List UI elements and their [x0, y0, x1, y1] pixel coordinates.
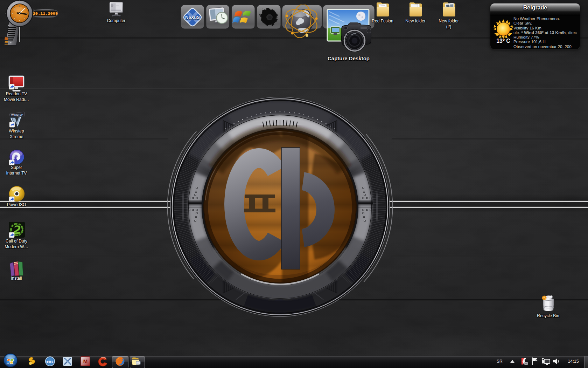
svg-text:20.11.2009: 20.11.2009 — [33, 11, 58, 16]
svg-text:NeXuS: NeXuS — [185, 15, 200, 20]
svg-text:▶BS: ▶BS — [46, 360, 53, 363]
svg-text:M: M — [83, 358, 88, 364]
